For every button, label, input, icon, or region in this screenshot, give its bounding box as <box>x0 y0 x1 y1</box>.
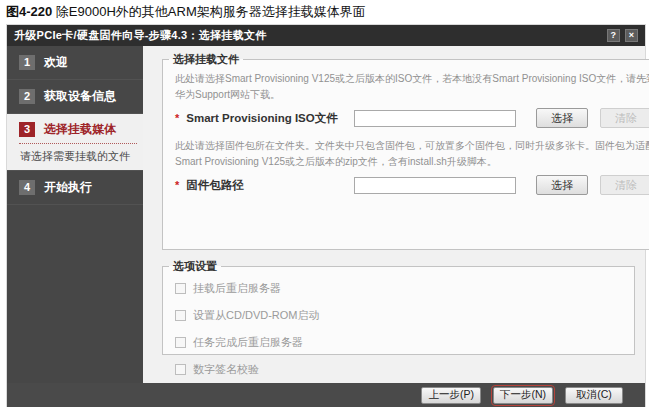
step-1-label: 欢迎 <box>44 54 68 71</box>
help-icon[interactable]: ? <box>607 29 620 42</box>
restart-after-mount-label: 挂载后重启服务器 <box>193 281 281 296</box>
iso-file-label: Smart Provisioning ISO文件 <box>186 111 354 126</box>
firmware-path-input[interactable] <box>354 177 516 194</box>
boot-from-cd-label: 设置从CD/DVD-ROM启动 <box>193 308 320 323</box>
firmware-clear-button: 清除 <box>600 175 649 195</box>
restart-after-task-label: 任务完成后重启服务器 <box>193 335 303 350</box>
dialog-titlebar: 升级PCIe卡/硬盘固件向导-步骤4.3：选择挂载文件 ? × <box>7 25 645 46</box>
signature-check-label: 数字签名校验 <box>193 362 259 377</box>
option-row-restart-after-task: 任务完成后重启服务器 <box>175 335 624 350</box>
step-4-badge: 4 <box>19 180 35 195</box>
firmware-hint-text: 此处请选择固件包所在文件夹。文件夹中只包含固件包，可放置多个固件包，同时升级多张… <box>175 138 649 169</box>
firmware-select-button[interactable]: 选择 <box>536 175 588 195</box>
dialog-body: 1 欢迎 2 获取设备信息 3 选择挂载媒体 请选择需要挂载的文件 4 开始执行 <box>7 46 645 383</box>
active-step-header: 3 选择挂载媒体 <box>19 121 137 138</box>
option-row-boot-from-cd: 设置从CD/DVD-ROM启动 <box>175 308 624 323</box>
step-3-badge: 3 <box>19 122 35 137</box>
dialog-footer: 上一步(P) 下一步(N) 取消(C) <box>7 383 645 407</box>
sidebar-item-device-info[interactable]: 2 获取设备信息 <box>7 80 143 114</box>
iso-clear-button: 清除 <box>600 108 649 128</box>
restart-after-mount-checkbox[interactable] <box>175 283 186 294</box>
boot-from-cd-checkbox[interactable] <box>175 310 186 321</box>
step-4-label: 开始执行 <box>44 179 92 196</box>
options-group: 选项设置 挂载后重启服务器 设置从CD/DVD-ROM启动 任务完成后重启服务器… <box>162 259 635 355</box>
cancel-button[interactable]: 取消(C) <box>565 387 623 404</box>
option-row-signature-check: 数字签名校验 <box>175 362 624 377</box>
iso-file-field-row: * Smart Provisioning ISO文件 选择 清除 <box>173 108 649 128</box>
sidebar-item-execute[interactable]: 4 开始执行 <box>7 171 143 205</box>
step-3-label: 选择挂载媒体 <box>44 121 116 138</box>
main-content: 选择挂载文件 此处请选择Smart Provisioning V125或之后版本… <box>143 46 645 383</box>
firmware-path-label: 固件包路径 <box>186 178 354 193</box>
sidebar-item-select-media-active[interactable]: 3 选择挂载媒体 请选择需要挂载的文件 <box>7 114 143 171</box>
sidebar-filler <box>7 205 143 383</box>
step-1-badge: 1 <box>19 55 35 70</box>
step-2-label: 获取设备信息 <box>44 88 116 105</box>
close-icon[interactable]: × <box>625 29 638 42</box>
restart-after-task-checkbox[interactable] <box>175 337 186 348</box>
figure-caption: 除E9000H外的其他ARM架构服务器选择挂载媒体界面 <box>52 4 365 19</box>
upgrade-wizard-dialog: 升级PCIe卡/硬盘固件向导-步骤4.3：选择挂载文件 ? × 1 欢迎 2 获… <box>7 25 645 407</box>
required-asterisk: * <box>175 179 179 191</box>
option-row-restart-after-mount: 挂载后重启服务器 <box>175 281 624 296</box>
previous-step-button[interactable]: 上一步(P) <box>421 387 481 404</box>
figure-label: 图4-220 <box>6 4 52 19</box>
sidebar-item-welcome[interactable]: 1 欢迎 <box>7 46 143 80</box>
figure-title: 图4-220 除E9000H外的其他ARM架构服务器选择挂载媒体界面 <box>6 3 366 21</box>
iso-select-button[interactable]: 选择 <box>536 108 588 128</box>
required-asterisk: * <box>175 112 179 124</box>
active-step-divider <box>19 143 137 144</box>
iso-file-input[interactable] <box>354 110 516 127</box>
signature-check-checkbox[interactable] <box>175 364 186 375</box>
firmware-path-field-row: * 固件包路径 选择 清除 <box>173 175 649 195</box>
step-3-description: 请选择需要挂载的文件 <box>19 149 137 164</box>
wizard-step-sidebar: 1 欢迎 2 获取设备信息 3 选择挂载媒体 请选择需要挂载的文件 4 开始执行 <box>7 46 143 383</box>
iso-hint-text: 此处请选择Smart Provisioning V125或之后版本的ISO文件，… <box>175 71 649 102</box>
select-mount-file-group: 选择挂载文件 此处请选择Smart Provisioning V125或之后版本… <box>162 52 649 250</box>
step-2-badge: 2 <box>19 89 35 104</box>
options-group-legend: 选项设置 <box>169 259 221 274</box>
next-step-button[interactable]: 下一步(N) <box>493 387 553 404</box>
dialog-title: 升级PCIe卡/硬盘固件向导-步骤4.3：选择挂载文件 <box>14 28 267 43</box>
file-group-legend: 选择挂载文件 <box>169 52 243 67</box>
